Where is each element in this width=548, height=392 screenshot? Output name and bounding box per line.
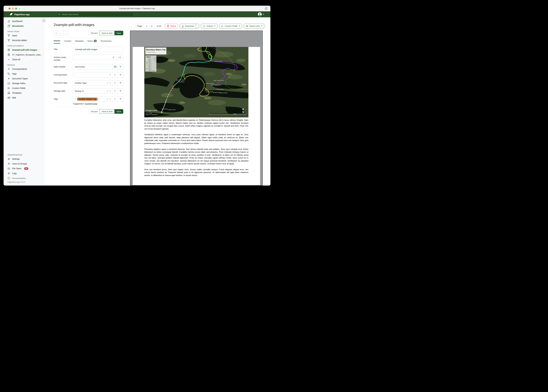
sidebar-item-label: Templates — [12, 92, 22, 94]
clear-icon[interactable]: × — [107, 98, 108, 100]
clear-icon[interactable]: × — [107, 82, 108, 84]
chevron-down-icon[interactable] — [110, 99, 111, 99]
user-menu-caret-icon[interactable] — [263, 14, 264, 15]
date-created-input[interactable] — [75, 66, 111, 68]
tab-notes[interactable]: Notes1 — [87, 40, 97, 44]
suggestion-link[interactable]: TagWithPartial — [85, 103, 97, 105]
macos-titlebar: ‹ › 2sample-pdf-with-images - Paperless-… — [4, 6, 270, 11]
field-label: Tags — [54, 96, 73, 102]
share-icon[interactable] — [265, 7, 267, 11]
search-input[interactable] — [61, 13, 132, 16]
add-storage-path-button[interactable]: + — [112, 88, 118, 94]
sidebar-item-open-doc-other[interactable]: H7_Napoleon_Bonaparte_zadanie — [4, 52, 44, 57]
sidebar-item-storage-paths[interactable]: Storage Paths — [4, 81, 44, 86]
save-button[interactable]: Save — [115, 109, 123, 114]
close-document-button[interactable]: × — [54, 31, 59, 35]
search-bar[interactable] — [57, 12, 134, 17]
asn-input[interactable] — [75, 56, 112, 59]
sidebar-item-recently-added[interactable]: Recently Added — [4, 38, 44, 43]
sidebar-item-logs[interactable]: Logs — [4, 171, 44, 176]
chevron-down-icon[interactable] — [110, 83, 111, 83]
preview-toolbar: Page of 10 Delete Download — [135, 24, 264, 28]
sidebar-item-label: Mail — [12, 97, 16, 99]
save-next-button[interactable]: Save & next — [100, 109, 115, 114]
tab-content[interactable]: Content — [64, 40, 71, 44]
sidebar-item-inbox[interactable]: Inbox — [4, 33, 44, 38]
sidebar-item-document-types[interactable]: # Document Types — [4, 76, 44, 81]
sidebar-item-documentation[interactable]: ? Documentation — [4, 176, 44, 180]
sidebar-section-open-documents: OPEN DOCUMENTS — [4, 43, 44, 48]
map-label: Hausons Island — [214, 61, 223, 62]
page-stepper[interactable] — [150, 25, 153, 27]
add-tag-button[interactable]: + — [112, 96, 118, 102]
chevron-down-icon[interactable] — [110, 75, 111, 75]
sidebar-item-custom-fields[interactable]: Custom Fields — [4, 86, 44, 91]
add-correspondent-button[interactable]: + — [112, 72, 118, 77]
search-icon — [58, 13, 60, 15]
sidebar-item-dashboard[interactable]: Dashboard — [4, 19, 44, 24]
correspondent-select[interactable] — [73, 72, 112, 77]
sidebar-item-mail[interactable]: Mail — [4, 95, 44, 100]
tags-filter-button[interactable] — [118, 96, 123, 102]
filter-icon — [120, 90, 122, 92]
add-document-type-button[interactable]: + — [112, 80, 118, 86]
storage-path-filter-button[interactable] — [118, 88, 123, 94]
clear-icon[interactable]: × — [107, 90, 108, 92]
sidebar-item-settings[interactable]: ⚙ Settings — [4, 157, 44, 161]
sidebar-item-tags[interactable]: Tags — [4, 71, 44, 76]
storage-path-select[interactable]: Testing 12 × — [73, 88, 112, 94]
discard-button[interactable]: Discard — [89, 109, 100, 114]
share-links-button[interactable]: Share Links — [244, 24, 264, 28]
sidebar-item-file-tasks[interactable]: File Tasks 16 — [4, 166, 44, 171]
brand[interactable]: Paperless-ngx — [10, 11, 30, 17]
asn-plus-one-button[interactable]: +1 — [116, 55, 123, 60]
sidebar-item-label: Recently Added — [12, 39, 27, 42]
sidebar: Dashboard Documents SAVED VIEWS Inbox Re — [4, 17, 44, 186]
sidebar-item-documents[interactable]: Documents — [4, 24, 44, 28]
custom-fields-button[interactable]: Custom Fields — [219, 24, 242, 28]
discard-button[interactable]: Discard — [89, 31, 100, 35]
sidebar-item-label: Custom Fields — [12, 87, 25, 89]
page-number-input[interactable] — [146, 25, 149, 27]
tag-chip[interactable]: Another Sample Tag — [77, 98, 98, 101]
pdf-preview-pane[interactable]: Hausons Island New York Island Gary Isla… — [130, 30, 263, 186]
gear-icon: ⚙ — [7, 158, 10, 160]
app-window: ‹ › 2sample-pdf-with-images - Paperless-… — [4, 6, 270, 186]
document-type-filter-button[interactable] — [118, 80, 123, 86]
delete-button[interactable]: Delete — [165, 24, 178, 28]
map-subtitle: Six days in BWCA — [146, 52, 155, 53]
download-menu-caret[interactable] — [196, 24, 199, 28]
tags-select[interactable]: × Another Sample Tag × — [73, 96, 112, 102]
calendar-button[interactable] — [112, 64, 118, 70]
actions-button[interactable]: ••• Actions — [201, 24, 217, 28]
next-document-button[interactable]: → — [64, 31, 69, 35]
sidebar-item-open-doc-current[interactable]: 2sample-pdf-with-images — [4, 48, 44, 52]
tab-permissions[interactable]: Permissions — [101, 40, 112, 44]
sidebar-item-close-all[interactable]: × Close all — [4, 57, 44, 62]
sidebar-collapse-button[interactable]: « — [42, 18, 46, 23]
tab-details[interactable]: Details — [54, 40, 60, 44]
remove-tag-icon[interactable]: × — [75, 98, 76, 100]
sidebar-item-templates[interactable]: Templates — [4, 91, 44, 95]
sidebar-item-correspondents[interactable]: Correspondents — [4, 67, 44, 71]
users-icon — [7, 162, 10, 165]
map-label: Squirrel Island — [220, 92, 227, 93]
filter-icon — [120, 82, 122, 84]
correspondent-filter-button[interactable] — [118, 72, 123, 77]
title-input[interactable] — [75, 48, 122, 51]
tab-metadata[interactable]: Metadata — [75, 40, 84, 44]
chevron-down-icon[interactable] — [110, 91, 111, 91]
mail-icon — [7, 96, 10, 99]
asn-stepper[interactable] — [112, 56, 115, 59]
previous-document-button[interactable]: ← — [59, 31, 64, 35]
app-version: Paperless-ngx v2.0.0 — [4, 180, 44, 186]
document-type-select[interactable]: Another Type × — [73, 80, 112, 86]
user-avatar[interactable] — [258, 12, 262, 17]
window-title: 2sample-pdf-with-images - Paperless-ngx — [4, 6, 270, 11]
save-next-button[interactable]: Save & next — [100, 31, 115, 35]
save-button[interactable]: Save — [115, 31, 123, 35]
sidebar-item-users-groups[interactable]: Users & Groups — [4, 161, 44, 166]
date-filter-button[interactable] — [118, 64, 123, 70]
field-label: Date created — [54, 64, 73, 70]
download-button[interactable]: Download — [180, 24, 196, 28]
